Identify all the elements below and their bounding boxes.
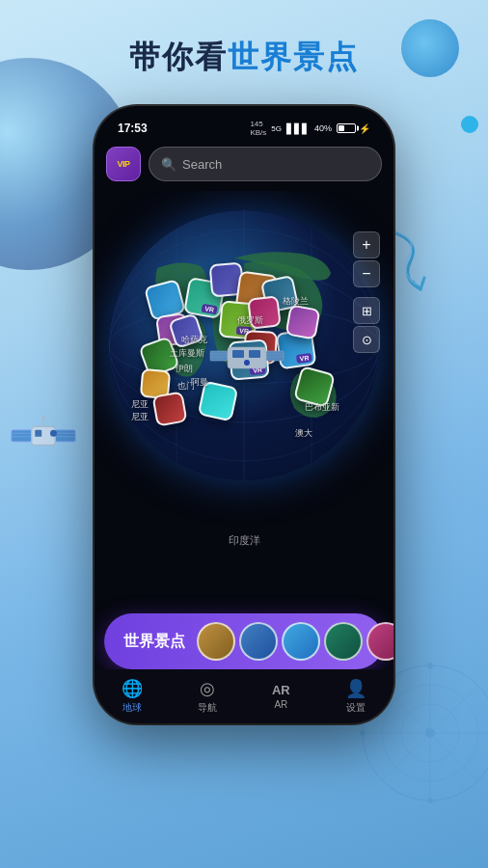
nav-item-navigation[interactable]: ◎ 导航 <box>198 678 217 715</box>
svg-point-21 <box>427 798 433 803</box>
svg-point-22 <box>360 730 366 736</box>
nav-label-navigation: 导航 <box>198 701 217 715</box>
status-time: 17:53 <box>118 122 148 135</box>
location-label-russia: 俄罗斯 <box>237 314 263 327</box>
category-circle-1[interactable] <box>197 622 235 661</box>
location-label-nia1: 尼亚 <box>131 398 149 411</box>
vr-badge: VR <box>202 304 218 315</box>
title-highlight: 世界景点 <box>228 40 359 74</box>
globe-nav-icon: 🌐 <box>122 678 143 699</box>
nav-item-globe[interactable]: 🌐 地球 <box>122 678 143 715</box>
search-input-wrapper[interactable]: 🔍 Search <box>149 147 382 181</box>
category-circle-3[interactable] <box>282 622 320 661</box>
svg-rect-7 <box>35 430 41 437</box>
categories-bar[interactable]: 世界景点 <box>104 613 384 669</box>
battery-fill <box>339 125 344 131</box>
category-circles <box>197 622 393 661</box>
settings-nav-icon: 👤 <box>345 678 366 699</box>
search-placeholder: Search <box>182 157 222 172</box>
svg-rect-0 <box>12 430 32 442</box>
svg-rect-3 <box>55 430 75 442</box>
zoom-out-button[interactable]: − <box>353 260 380 287</box>
satellite-decoration <box>10 415 77 463</box>
expand-button[interactable]: ⊞ <box>353 297 380 324</box>
category-circle-4[interactable] <box>324 622 363 661</box>
location-label-australia: 澳大 <box>295 427 312 440</box>
location-label-kazakhstan: 哈萨克 <box>181 334 207 346</box>
vip-label: VIP <box>117 159 129 169</box>
photo-card-5[interactable] <box>151 391 187 426</box>
vip-badge[interactable]: VIP <box>106 147 141 181</box>
battery-percent: 40% <box>314 123 332 133</box>
ar-nav-icon: AR <box>272 683 290 697</box>
location-label-greenland: 格陵兰 <box>283 295 309 308</box>
phone-frame: 17:53 145KB/s 5G ▋▋▋ 40% ⚡ VIP 🔍 Search <box>95 106 393 723</box>
title-prefix: 带你看 <box>129 40 228 74</box>
location-label-nia2: 尼亚 <box>131 411 149 423</box>
control-divider <box>353 289 380 295</box>
location-label-papua: 巴布亚新 <box>305 401 339 414</box>
nav-label-globe: 地球 <box>122 701 142 715</box>
search-icon: 🔍 <box>161 157 176 172</box>
svg-point-18 <box>425 728 435 738</box>
svg-rect-30 <box>210 351 228 361</box>
nav-label-ar: AR <box>274 699 287 710</box>
data-speed: 145KB/s <box>250 120 266 137</box>
phone-screen: 17:53 145KB/s 5G ▋▋▋ 40% ⚡ VIP 🔍 Search <box>95 106 393 723</box>
svg-rect-31 <box>266 351 284 361</box>
ocean-label: 印度洋 <box>229 533 260 548</box>
status-bar: 17:53 145KB/s 5G ▋▋▋ 40% ⚡ <box>118 120 370 137</box>
svg-point-8 <box>50 430 57 437</box>
signal-5g: 5G <box>271 124 282 133</box>
svg-rect-37 <box>232 350 244 358</box>
svg-point-19 <box>427 663 433 668</box>
globe-area: VRVRVRVRVRVR 格陵兰 俄罗斯 哈萨克 土库曼斯 伊朗 也门 阿曼 尼… <box>95 191 393 654</box>
location-label-turkmen: 土库曼斯 <box>170 347 204 360</box>
svg-rect-38 <box>249 350 260 358</box>
category-circle-2[interactable] <box>239 622 278 661</box>
nav-label-settings: 设置 <box>346 701 366 715</box>
charging-icon: ⚡ <box>359 123 370 134</box>
zoom-in-button[interactable]: + <box>353 231 380 258</box>
space-station <box>208 334 285 382</box>
svg-point-39 <box>244 360 250 366</box>
location-button[interactable]: ⊙ <box>353 326 380 353</box>
nav-item-settings[interactable]: 👤 设置 <box>345 678 366 715</box>
status-icons: 145KB/s 5G ▋▋▋ 40% ⚡ <box>250 120 370 137</box>
page-title: 带你看世界景点 <box>0 37 488 79</box>
category-label-main: 世界景点 <box>123 632 185 652</box>
battery-icon <box>337 123 356 133</box>
signal-bars: ▋▋▋ <box>286 123 310 134</box>
bg-decoration-circle-small <box>461 116 478 133</box>
location-label-iran: 伊朗 <box>176 363 193 375</box>
svg-point-10 <box>41 416 45 420</box>
map-controls: + − ⊞ ⊙ <box>353 231 380 353</box>
nav-item-ar[interactable]: AR AR <box>272 683 290 710</box>
navigation-nav-icon: ◎ <box>200 678 215 699</box>
photo-card-18[interactable] <box>285 304 320 339</box>
location-label-oman: 阿曼 <box>191 376 208 389</box>
search-bar-container: VIP 🔍 Search <box>106 147 382 181</box>
bottom-nav: 🌐 地球 ◎ 导航 AR AR 👤 设置 <box>95 669 393 723</box>
category-circle-5[interactable] <box>366 622 393 661</box>
vr-badge: VR <box>296 353 312 364</box>
